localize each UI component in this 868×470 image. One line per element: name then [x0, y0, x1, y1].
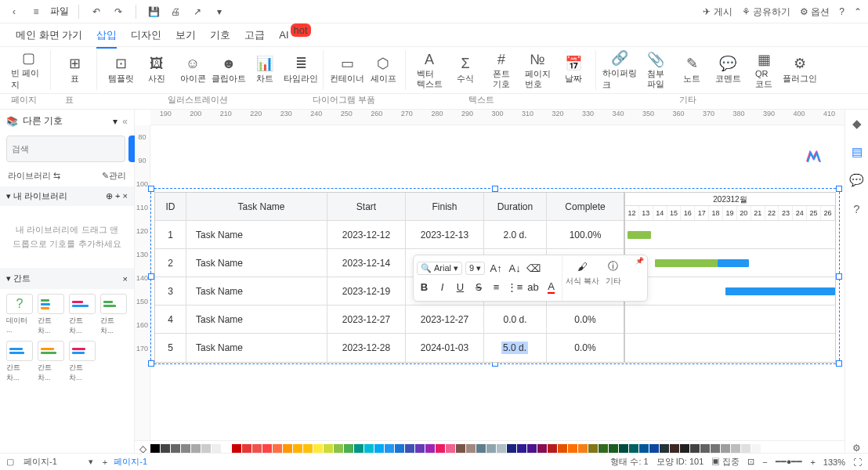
thumbnail[interactable]: 간트 차...: [38, 294, 64, 336]
save-icon[interactable]: 💾: [146, 4, 161, 20]
tab-home[interactable]: 메인 화면 가기: [16, 28, 82, 42]
bullist-icon[interactable]: ⋮≡: [507, 279, 523, 295]
color-swatch[interactable]: [639, 444, 649, 454]
color-swatch[interactable]: [293, 444, 302, 454]
formula-button[interactable]: Σ수식: [448, 50, 483, 91]
qr-button[interactable]: ▦QR 코드: [747, 50, 781, 91]
color-swatch[interactable]: [364, 444, 374, 454]
tab-symbol[interactable]: 기호: [210, 28, 230, 42]
format-toolbar[interactable]: 🔍 Arial ▾ 9 ▾ A↑ A↓ ⌫ B I U S̶ ≡ ⋮≡ ab: [413, 255, 648, 302]
color-swatch[interactable]: [456, 444, 465, 454]
color-swatch[interactable]: [548, 444, 557, 454]
file-menu[interactable]: 파일: [50, 5, 69, 18]
color-swatch[interactable]: [446, 444, 455, 454]
color-swatch[interactable]: [497, 444, 506, 454]
decrease-font-icon[interactable]: A↓: [507, 260, 523, 276]
color-swatch[interactable]: [222, 444, 231, 454]
publish-button[interactable]: ✈ 게시: [703, 5, 732, 19]
color-swatch[interactable]: [405, 444, 414, 454]
font-select[interactable]: 🔍 Arial ▾: [417, 262, 462, 275]
color-swatch[interactable]: [425, 444, 435, 454]
color-swatch[interactable]: [527, 444, 537, 454]
close-icon[interactable]: ×: [123, 274, 128, 284]
clipart-button[interactable]: ☻클립아트: [212, 50, 246, 91]
zoom-slider[interactable]: ━━●━━: [776, 457, 803, 467]
color-swatch[interactable]: [466, 444, 476, 454]
table-row[interactable]: 5Task Name2023-12-282024-01-035.0 d.0.0%: [155, 334, 624, 362]
color-swatch[interactable]: [436, 444, 445, 454]
color-swatch[interactable]: [507, 444, 516, 454]
more-icon[interactable]: ⓘ: [606, 258, 621, 274]
comment-button[interactable]: 💬코멘트: [711, 50, 745, 91]
color-swatch[interactable]: [619, 444, 628, 454]
table-button[interactable]: ⊞표: [57, 50, 92, 91]
color-swatch[interactable]: [711, 444, 720, 454]
size-select[interactable]: 9 ▾: [465, 262, 485, 275]
back-icon[interactable]: ‹: [6, 4, 22, 20]
properties-icon[interactable]: ▤: [849, 144, 865, 160]
plugin-button[interactable]: ⚙플러그인: [783, 50, 817, 91]
color-swatch[interactable]: [181, 444, 190, 454]
color-swatch[interactable]: [578, 444, 588, 454]
color-swatch[interactable]: [558, 444, 567, 454]
color-swatch[interactable]: [324, 444, 333, 454]
color-swatch[interactable]: [273, 444, 282, 454]
table-row[interactable]: 1Task Name2023-12-122023-12-132.0 d.100.…: [155, 221, 624, 249]
tab-design[interactable]: 디자인: [131, 28, 161, 42]
library-label[interactable]: 라이브러리 ⇆: [8, 170, 60, 182]
format-painter-icon[interactable]: 🖌: [574, 258, 590, 274]
fontsymbol-button[interactable]: #폰트 기호: [484, 50, 519, 91]
tab-ai[interactable]: AIhot: [279, 29, 310, 41]
redo-icon[interactable]: ↷: [110, 4, 126, 20]
color-swatch[interactable]: [242, 444, 251, 454]
fit-icon[interactable]: ⊡: [747, 457, 754, 467]
color-swatch[interactable]: [690, 444, 700, 454]
photo-button[interactable]: 🖼사진: [139, 50, 174, 91]
vectortext-button[interactable]: A벡터 텍스트: [412, 50, 447, 91]
zoom-in-icon[interactable]: +: [810, 457, 815, 467]
color-swatch[interactable]: [344, 444, 353, 454]
mylib-header[interactable]: ▾ 내 라이브러리 ⊕ + ×: [0, 186, 134, 206]
hyperlink-button[interactable]: 🔗하이퍼링크: [602, 50, 637, 91]
case-icon[interactable]: ab: [526, 279, 541, 295]
collapse-icon[interactable]: ⌃: [854, 6, 862, 17]
color-swatch[interactable]: [201, 444, 211, 454]
pageno-button[interactable]: №페이지 번호: [520, 50, 555, 91]
color-swatch[interactable]: [171, 444, 180, 454]
fullscreen-icon[interactable]: ⛶: [853, 457, 862, 467]
strike-icon[interactable]: S̶: [471, 279, 486, 295]
page-tab[interactable]: 페이지-1: [114, 456, 147, 468]
options-button[interactable]: ⚙ 옵션: [800, 5, 830, 19]
color-swatch[interactable]: [395, 444, 404, 454]
thumbnail[interactable]: 간트 차...: [38, 341, 64, 383]
color-swatch[interactable]: [609, 444, 618, 454]
dropdown-icon[interactable]: ▾: [212, 4, 227, 20]
icon-button[interactable]: ☺아이콘: [175, 50, 210, 91]
thumbnail[interactable]: 간트 차...: [6, 341, 33, 383]
color-swatch[interactable]: [568, 444, 577, 454]
color-swatch[interactable]: [721, 444, 730, 454]
color-swatch[interactable]: [313, 444, 323, 454]
tab-advanced[interactable]: 고급: [244, 28, 265, 42]
help-icon[interactable]: ?: [839, 6, 844, 17]
print-icon[interactable]: 🖨: [168, 4, 183, 20]
fill-icon[interactable]: ◆: [849, 116, 865, 132]
color-swatch[interactable]: [649, 444, 659, 454]
timeline-button[interactable]: ≣타임라인: [284, 50, 318, 91]
color-swatch[interactable]: [486, 444, 496, 454]
clear-format-icon[interactable]: ⌫: [526, 260, 541, 276]
comment-icon[interactable]: 💬: [849, 172, 865, 188]
color-swatch[interactable]: [517, 444, 526, 454]
color-swatch[interactable]: [629, 444, 638, 454]
underline-icon[interactable]: U: [453, 279, 468, 295]
color-swatch[interactable]: [670, 444, 679, 454]
thumbnail[interactable]: 간트 차...: [69, 341, 96, 383]
tab-view[interactable]: 보기: [175, 28, 196, 42]
thumbnail[interactable]: 간트 차...: [69, 294, 96, 336]
thumbnail[interactable]: 간트 차...: [100, 294, 127, 336]
color-swatch[interactable]: [660, 444, 669, 454]
container-button[interactable]: ▭컨테이너: [330, 50, 364, 91]
color-swatch[interactable]: [415, 444, 425, 454]
attach-button[interactable]: 📎첨부 파일: [638, 50, 673, 91]
template-button[interactable]: ⊡템플릿: [103, 50, 138, 91]
